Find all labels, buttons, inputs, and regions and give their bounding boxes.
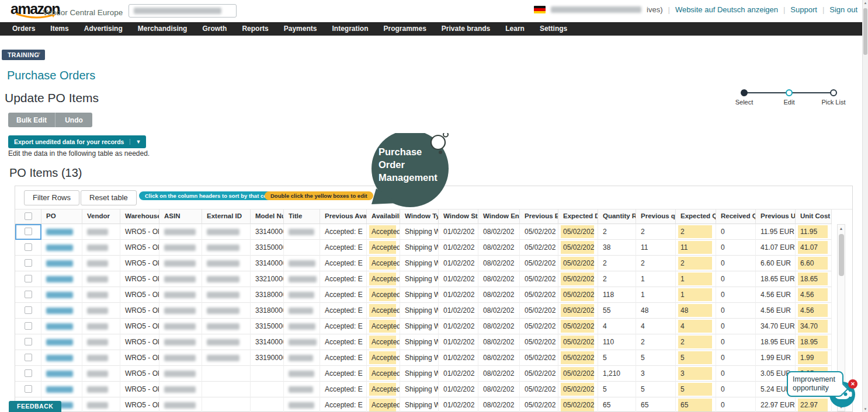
editable-yellow-cell[interactable]: Accepted: E [369,399,396,411]
scroll-down-icon[interactable]: ▼ [863,407,868,411]
bulk-edit-button[interactable]: Bulk Edit [8,113,55,127]
editable-yellow-cell[interactable]: Accepted: E [369,241,396,254]
cell[interactable]: Accepted: E [367,319,400,334]
editable-yellow-cell[interactable]: Accepted: E [369,257,396,270]
editable-yellow-cell[interactable]: 05/02/202 [561,383,594,396]
editable-yellow-cell[interactable]: Accepted: E [369,225,396,238]
editable-yellow-cell[interactable]: 05/02/202 [561,399,594,411]
cell[interactable]: 34.70 [796,319,832,334]
account-selector-dropdown[interactable] [129,4,237,18]
editable-yellow-cell[interactable]: Accepted: E [369,288,396,301]
undo-button[interactable]: Undo [55,113,92,127]
row-checkbox[interactable] [25,306,32,314]
chevron-down-icon[interactable]: ▾ [37,50,40,57]
po-link-redacted[interactable] [46,323,73,330]
po-link-redacted[interactable] [46,355,73,361]
cell[interactable]: 05/02/202 [558,397,598,412]
editable-yellow-cell[interactable]: 18.95 [798,336,828,348]
editable-yellow-cell[interactable]: 2 [678,336,712,348]
cell[interactable]: 05/02/202 [558,256,598,271]
cell[interactable]: 05/02/202 [558,350,598,366]
column-header-unit-cost[interactable]: Unit Cost [796,210,832,224]
editable-yellow-cell[interactable]: 05/02/202 [561,320,594,333]
editable-yellow-cell[interactable]: 41.07 [798,241,828,254]
editable-yellow-cell[interactable]: Accepted: E [369,336,396,348]
cell[interactable]: 5 [676,350,716,366]
cell[interactable]: 65 [676,397,716,412]
cell[interactable]: 18.95 [796,334,832,350]
cell[interactable]: Accepted: E [367,271,400,287]
reset-table-button[interactable]: Reset table [81,190,137,205]
editable-yellow-cell[interactable]: 5 [678,383,712,396]
cell[interactable]: Accepted: E [367,287,400,303]
scroll-up-icon[interactable]: ▲ [838,226,845,231]
po-link-redacted[interactable] [46,308,73,314]
editable-yellow-cell[interactable]: Accepted: E [369,273,396,285]
cell[interactable]: Accepted: E [367,350,400,366]
editable-yellow-cell[interactable]: Accepted: E [369,320,396,333]
column-header-window-end[interactable]: Window End [478,210,520,224]
select-all-checkbox[interactable] [25,212,32,220]
column-header-external-id[interactable]: External ID [202,210,251,224]
cell[interactable]: Accepted: E [367,334,400,350]
po-link-redacted[interactable] [46,245,73,251]
editable-yellow-cell[interactable]: 05/02/202 [561,367,594,380]
row-checkbox[interactable] [25,322,32,330]
editable-yellow-cell[interactable]: 6.60 [798,257,828,270]
cell[interactable]: 2 [676,334,716,350]
nav-item-growth[interactable]: Growth [195,22,234,36]
nav-item-learn[interactable]: Learn [498,22,532,36]
column-header-model-numb[interactable]: Model Numb [251,210,284,224]
column-header-vendor[interactable]: Vendor [82,210,120,224]
breadcrumb-purchase-orders[interactable]: Purchase Orders [7,69,95,82]
cell[interactable]: 05/02/202 [558,366,598,382]
row-checkbox[interactable] [25,228,32,235]
column-header-expected-dat[interactable]: Expected Dat [558,210,598,224]
cell[interactable]: 4.56 [796,303,832,319]
po-link-redacted[interactable] [46,339,73,345]
scroll-up-icon[interactable]: ▲ [863,1,868,5]
nav-item-integration[interactable]: Integration [324,22,376,36]
po-link-redacted[interactable] [46,371,73,377]
row-checkbox[interactable] [25,338,32,345]
cell[interactable]: 1.99 [796,350,832,366]
editable-yellow-cell[interactable]: 05/02/202 [561,351,594,364]
editable-yellow-cell[interactable]: 1 [678,273,712,285]
editable-yellow-cell[interactable]: 48 [678,304,712,317]
nav-item-settings[interactable]: Settings [532,22,575,36]
nav-item-advertising[interactable]: Advertising [77,22,130,36]
editable-yellow-cell[interactable]: 05/02/202 [561,336,594,348]
cell[interactable]: 05/02/202 [558,334,598,350]
editable-yellow-cell[interactable]: 65 [678,399,712,411]
feedback-button[interactable]: FEEDBACK [9,401,61,412]
cell[interactable]: 2 [676,224,716,240]
editable-yellow-cell[interactable]: Accepted: E [369,351,396,364]
column-header-po[interactable]: PO [41,210,82,224]
editable-yellow-cell[interactable]: 1 [678,288,712,301]
po-link-redacted[interactable] [46,260,73,267]
column-header-previous-avai[interactable]: Previous Avai [320,210,367,224]
editable-yellow-cell[interactable]: 5 [678,351,712,364]
column-header-previous-exp[interactable]: Previous Exp [520,210,558,224]
scrollbar-thumb[interactable] [839,234,844,276]
editable-yellow-cell[interactable]: 1.99 [798,351,828,364]
editable-yellow-cell[interactable]: 05/02/202 [561,257,594,270]
nav-item-orders[interactable]: Orders [5,22,43,36]
editable-yellow-cell[interactable]: 18.65 [798,273,828,285]
cell[interactable]: 05/02/202 [558,240,598,256]
editable-yellow-cell[interactable]: 2 [678,225,712,238]
editable-yellow-cell[interactable]: 4 [678,320,712,333]
filter-rows-button[interactable]: Filter Rows [24,190,79,205]
column-header-asin[interactable]: ASIN [159,210,202,224]
cell[interactable]: 18.65 [796,271,832,287]
row-checkbox[interactable] [25,275,32,282]
nav-item-items[interactable]: Items [43,22,76,36]
editable-yellow-cell[interactable]: 05/02/202 [561,225,594,238]
editable-yellow-cell[interactable]: 34.70 [798,320,828,333]
editable-yellow-cell[interactable]: Accepted: E [369,383,396,396]
cell[interactable]: 05/02/202 [558,382,598,397]
cell[interactable]: 05/02/202 [558,287,598,303]
editable-yellow-cell[interactable]: 05/02/202 [561,304,594,317]
cell[interactable]: 05/02/202 [558,319,598,334]
cell[interactable]: Accepted: E [367,256,400,271]
